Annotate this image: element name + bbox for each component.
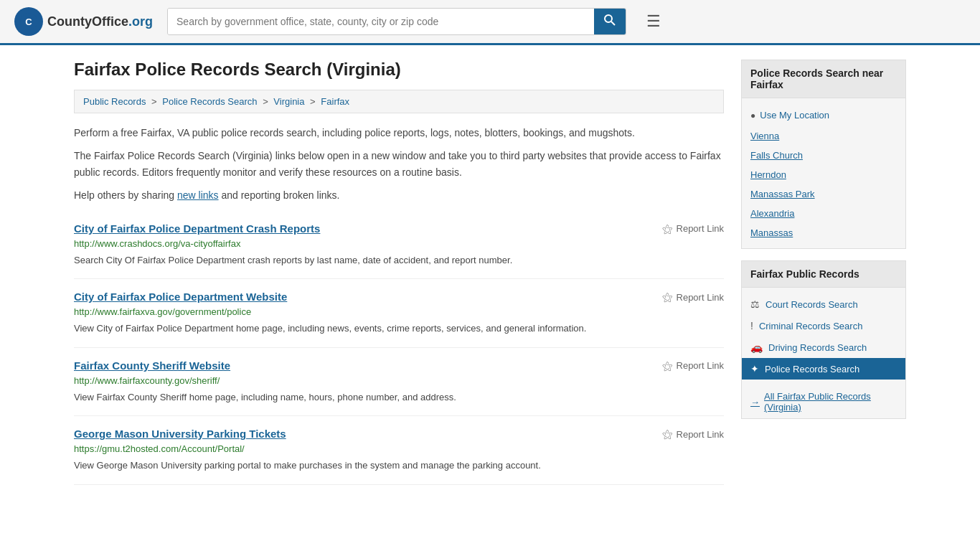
- breadcrumb-police-records[interactable]: Police Records Search: [162, 96, 257, 107]
- svg-line-3: [611, 22, 615, 25]
- report-icon-2: ⚝: [662, 359, 673, 372]
- report-link-0[interactable]: ⚝ Report Link: [662, 222, 724, 235]
- result-url-2: http://www.fairfaxcounty.gov/sheriff/: [74, 375, 724, 386]
- sidebar-nearby-links: ● Use My Location ViennaFalls ChurchHern…: [742, 98, 905, 248]
- sidebar-record-label-0: Court Records Search: [765, 299, 858, 310]
- result-url-3: https://gmu.t2hosted.com/Account/Portal/: [74, 443, 724, 454]
- sidebar-fairfax-title: Fairfax Public Records: [742, 261, 905, 288]
- fairfax-records-links: ⚖ Court Records Search ! Criminal Record…: [742, 288, 905, 385]
- result-title-3[interactable]: George Mason University Parking Tickets: [74, 428, 286, 440]
- star-icon: ✦: [750, 363, 759, 375]
- report-icon-1: ⚝: [662, 291, 673, 303]
- sidebar-nearby-section: Police Records Search near Fairfax ● Use…: [741, 60, 906, 249]
- nearby-place-2[interactable]: Herndon: [742, 165, 905, 184]
- result-url-0: http://www.crashdocs.org/va-cityoffairfa…: [74, 238, 724, 249]
- report-icon-3: ⚝: [662, 428, 673, 441]
- desc-2: The Fairfax Police Records Search (Virgi…: [74, 148, 724, 180]
- search-bar: [167, 8, 626, 35]
- desc-3: Help others by sharing new links and rep…: [74, 187, 724, 203]
- car-icon: 🚗: [750, 342, 763, 353]
- sidebar-record-link-2[interactable]: 🚗 Driving Records Search: [742, 336, 905, 358]
- header: C CountyOffice.org ☰: [0, 0, 980, 45]
- svg-text:C: C: [25, 17, 32, 27]
- report-icon-0: ⚝: [662, 222, 673, 235]
- nearby-place-0[interactable]: Vienna: [742, 126, 905, 146]
- sidebar-record-label-3: Police Records Search: [765, 364, 859, 375]
- arrow-right-icon: →: [750, 397, 760, 408]
- sidebar-record-link-1[interactable]: ! Criminal Records Search: [742, 315, 905, 336]
- result-item: Fairfax County Sheriff Website ⚝ Report …: [74, 348, 724, 417]
- nearby-places-list: ViennaFalls ChurchHerndonManassas ParkAl…: [742, 126, 905, 242]
- result-url-1: http://www.fairfaxva.gov/government/poli…: [74, 306, 724, 317]
- logo-text: CountyOffice.org: [47, 14, 153, 29]
- result-title-1[interactable]: City of Fairfax Police Department Websit…: [74, 291, 287, 303]
- all-records-label: All Fairfax Public Records (Virginia): [764, 391, 897, 413]
- report-link-1[interactable]: ⚝ Report Link: [662, 291, 724, 303]
- result-item: City of Fairfax Police Department Websit…: [74, 279, 724, 348]
- nearby-place-4[interactable]: Alexandria: [742, 204, 905, 223]
- use-my-location[interactable]: ● Use My Location: [742, 104, 905, 126]
- result-desc-0: Search City Of Fairfax Police Department…: [74, 253, 724, 268]
- sidebar-record-label-1: Criminal Records Search: [759, 321, 863, 331]
- breadcrumb-public-records[interactable]: Public Records: [83, 96, 146, 107]
- all-records-link[interactable]: → All Fairfax Public Records (Virginia): [742, 385, 905, 418]
- use-location-label: Use My Location: [760, 110, 829, 121]
- nearby-place-3[interactable]: Manassas Park: [742, 184, 905, 204]
- sidebar-fairfax-section: Fairfax Public Records ⚖ Court Records S…: [741, 260, 906, 419]
- result-desc-1: View City of Fairfax Police Department h…: [74, 321, 724, 336]
- desc-1: Perform a free Fairfax, VA public police…: [74, 125, 724, 141]
- court-icon: ⚖: [750, 298, 760, 310]
- logo-icon: C: [14, 7, 43, 36]
- report-link-3[interactable]: ⚝ Report Link: [662, 428, 724, 441]
- breadcrumb-fairfax[interactable]: Fairfax: [321, 96, 349, 107]
- sidebar-record-link-3[interactable]: ✦ Police Records Search: [742, 358, 905, 380]
- nearby-place-1[interactable]: Falls Church: [742, 146, 905, 165]
- logo-area: C CountyOffice.org: [14, 7, 153, 36]
- result-desc-3: View George Mason University parking por…: [74, 458, 724, 473]
- result-desc-2: View Fairfax County Sheriff home page, i…: [74, 390, 724, 405]
- sidebar-nearby-title: Police Records Search near Fairfax: [742, 60, 905, 98]
- report-link-2[interactable]: ⚝ Report Link: [662, 359, 724, 372]
- breadcrumb: Public Records > Police Records Search >…: [74, 90, 724, 113]
- main-container: Fairfax Police Records Search (Virginia)…: [60, 45, 920, 499]
- nearby-place-5[interactable]: Manassas: [742, 223, 905, 242]
- result-title-0[interactable]: City of Fairfax Police Department Crash …: [74, 222, 320, 235]
- sidebar-record-label-2: Driving Records Search: [768, 342, 867, 353]
- results-container: City of Fairfax Police Department Crash …: [74, 211, 724, 485]
- result-title-2[interactable]: Fairfax County Sheriff Website: [74, 359, 230, 372]
- search-button[interactable]: [594, 9, 626, 34]
- content-area: Fairfax Police Records Search (Virginia)…: [74, 60, 724, 485]
- svg-point-2: [605, 15, 612, 22]
- result-item: George Mason University Parking Tickets …: [74, 416, 724, 485]
- sidebar-record-link-0[interactable]: ⚖ Court Records Search: [742, 293, 905, 315]
- new-links-link[interactable]: new links: [177, 189, 219, 201]
- result-item: City of Fairfax Police Department Crash …: [74, 211, 724, 280]
- sidebar: Police Records Search near Fairfax ● Use…: [741, 60, 906, 485]
- page-title: Fairfax Police Records Search (Virginia): [74, 60, 724, 80]
- location-dot-icon: ●: [750, 110, 755, 121]
- search-input[interactable]: [168, 9, 594, 34]
- menu-icon[interactable]: ☰: [646, 12, 661, 31]
- breadcrumb-virginia[interactable]: Virginia: [273, 96, 304, 107]
- exclamation-icon: !: [750, 320, 753, 331]
